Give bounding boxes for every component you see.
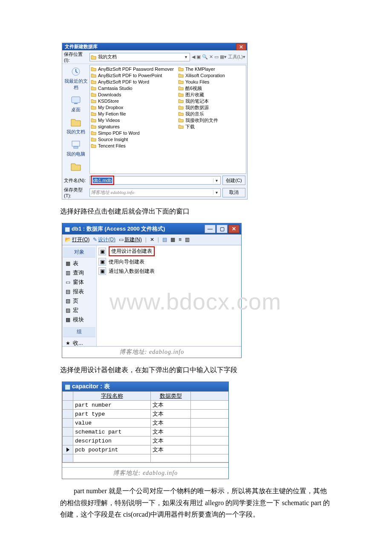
field-type-cell[interactable]: 文本 [151, 428, 191, 436]
file-item[interactable]: 酷6视频 [178, 85, 245, 91]
file-item[interactable]: 我的音乐 [178, 111, 245, 117]
field-name-cell[interactable]: value [73, 419, 151, 428]
field-name-cell[interactable]: part number [73, 401, 151, 410]
row-selector[interactable] [63, 401, 73, 410]
nav-item[interactable]: ▨宏 [62, 306, 96, 315]
minimize-icon[interactable]: — [205, 225, 216, 233]
table-row[interactable]: description文本 [63, 436, 229, 445]
views-icon[interactable]: ▦▾ [220, 54, 227, 60]
option-wizard[interactable]: ▣ 使用向导创建表 [97, 257, 241, 266]
cancel-button[interactable]: 取消 [222, 188, 245, 197]
newfolder-icon[interactable]: ▭ [214, 54, 219, 60]
nav-item[interactable]: ▭窗体 [62, 278, 96, 287]
field-name-cell[interactable]: pcb pootprint [73, 445, 151, 454]
field-extra-cell[interactable] [191, 401, 229, 410]
chevron-down-icon[interactable]: ▾ [213, 178, 219, 183]
search-icon[interactable]: 🔍 [202, 54, 208, 60]
field-type-cell[interactable]: 文本 [151, 436, 191, 445]
option-entry[interactable]: ▣ 通过输入数据创建表 [97, 266, 241, 276]
nav-item[interactable]: ▤报表 [62, 287, 96, 296]
file-item[interactable]: 下载 [178, 124, 245, 130]
file-item[interactable]: 我的笔记本 [178, 98, 245, 104]
create-button[interactable]: 创建(C) [222, 176, 245, 185]
option-designer[interactable]: ▣ 使用设计器创建表 [97, 246, 241, 257]
filetype-field[interactable]: 博客地址 edablog.info ▾ [89, 188, 221, 197]
row-selector[interactable] [63, 428, 73, 436]
field-type-cell[interactable]: 文本 [151, 401, 191, 410]
field-extra-cell[interactable] [191, 436, 229, 445]
open-button[interactable]: 📂打开(O) [65, 236, 89, 243]
chevron-down-icon[interactable]: ▾ [213, 190, 219, 195]
tools-menu[interactable]: 工具(L)▾ [228, 54, 245, 60]
save-in-dropdown[interactable]: 我的文档 ▾ [89, 53, 190, 61]
file-item[interactable]: Tencent Files [91, 143, 174, 149]
view-list-icon[interactable]: ≡ [179, 237, 182, 243]
view-small-icon[interactable]: ▦ [170, 237, 175, 243]
file-item[interactable]: AnyBizSoft PDF to Word [91, 79, 174, 85]
field-extra-cell[interactable] [191, 445, 229, 454]
file-item[interactable]: Youku Files [178, 79, 245, 85]
sidebar-item-extra[interactable] [62, 161, 89, 173]
save-as-title: 文件新建数据库 [65, 44, 98, 49]
field-name-cell[interactable]: description [73, 436, 151, 445]
file-item[interactable]: The KMPlayer [178, 66, 245, 72]
row-selector[interactable] [63, 419, 73, 428]
table-row[interactable] [63, 454, 229, 462]
file-item[interactable]: Camtasia Studio [91, 85, 174, 91]
row-selector[interactable] [63, 410, 73, 419]
maximize-icon[interactable]: ▢ [216, 225, 228, 233]
field-extra-cell[interactable] [191, 410, 229, 419]
back-icon[interactable]: ◀ [192, 54, 195, 60]
field-extra-cell[interactable] [191, 428, 229, 436]
nav-item[interactable]: ▩模块 [62, 315, 96, 324]
file-item[interactable]: My Fetion file [91, 111, 174, 117]
sidebar-item-mycomputer[interactable]: 我的电脑 [62, 139, 89, 157]
file-item[interactable]: Xilisoft Corporation [178, 72, 245, 78]
file-name: KSDStore [98, 98, 119, 104]
field-type-cell[interactable]: 文本 [151, 419, 191, 428]
file-item[interactable]: Downloads [91, 92, 174, 98]
file-item[interactable]: AnyBizSoft PDF Password Remover [91, 66, 174, 72]
file-item[interactable]: AnyBizSoft PDF to PowerPoint [91, 72, 174, 78]
design-button[interactable]: ✎设计(D) [93, 236, 115, 243]
file-item[interactable]: Simpo PDF to Word [91, 130, 174, 136]
sidebar-item-mydocs[interactable]: 我的文档 [62, 116, 89, 135]
file-item[interactable]: signatures [91, 124, 174, 130]
sidebar-item-desktop[interactable]: 桌面 [62, 94, 89, 113]
view-details-icon[interactable]: ▥ [185, 237, 190, 243]
delete-icon[interactable]: ✕ [150, 237, 154, 243]
nav-item[interactable]: ▧页 [62, 296, 96, 306]
row-selector[interactable] [63, 436, 73, 445]
nav-item[interactable]: ▦表 [62, 259, 96, 268]
file-item[interactable]: KSDStore [91, 98, 174, 104]
row-selector[interactable] [63, 445, 73, 454]
file-item[interactable]: Source Insight [91, 136, 174, 142]
sidebar-item-recent[interactable]: 我最近的文档 [62, 66, 89, 91]
table-row[interactable]: pcb pootprint文本 [63, 445, 229, 454]
field-name-cell[interactable]: part type [73, 410, 151, 419]
nav-item[interactable]: ▥查询 [62, 268, 96, 278]
field-type-cell[interactable]: 文本 [151, 445, 191, 454]
nav-group-item[interactable]: ★ 收... [62, 338, 96, 348]
close-icon[interactable] [236, 43, 246, 50]
field-type-cell[interactable]: 文本 [151, 410, 191, 419]
field-extra-cell[interactable] [191, 419, 229, 428]
file-item[interactable]: 我的数据源 [178, 104, 245, 110]
filename-field[interactable]: db1.mdb ▾ [89, 176, 221, 185]
close-icon[interactable]: ✕ [228, 225, 239, 233]
file-list[interactable]: AnyBizSoft PDF Password RemoverAnyBizSof… [89, 65, 246, 174]
file-name: Xilisoft Corporation [185, 73, 225, 78]
file-item[interactable]: 我接收到的文件 [178, 117, 245, 123]
field-name-cell[interactable]: schematic part [73, 428, 151, 436]
file-item[interactable]: My Dropbox [91, 104, 174, 110]
file-item[interactable]: My Videos [91, 117, 174, 123]
delete-icon[interactable]: ✕ [209, 54, 213, 60]
table-row[interactable]: part type文本 [63, 410, 229, 419]
table-row[interactable]: value文本 [63, 419, 229, 428]
up-icon[interactable]: ▣ [196, 54, 201, 60]
new-button[interactable]: ▭新建(N) [119, 236, 142, 243]
view-large-icon[interactable]: ▤ [162, 237, 167, 243]
file-item[interactable]: 图片收藏 [178, 92, 245, 98]
table-row[interactable]: part number文本 [63, 401, 229, 410]
table-row[interactable]: schematic part文本 [63, 428, 229, 436]
